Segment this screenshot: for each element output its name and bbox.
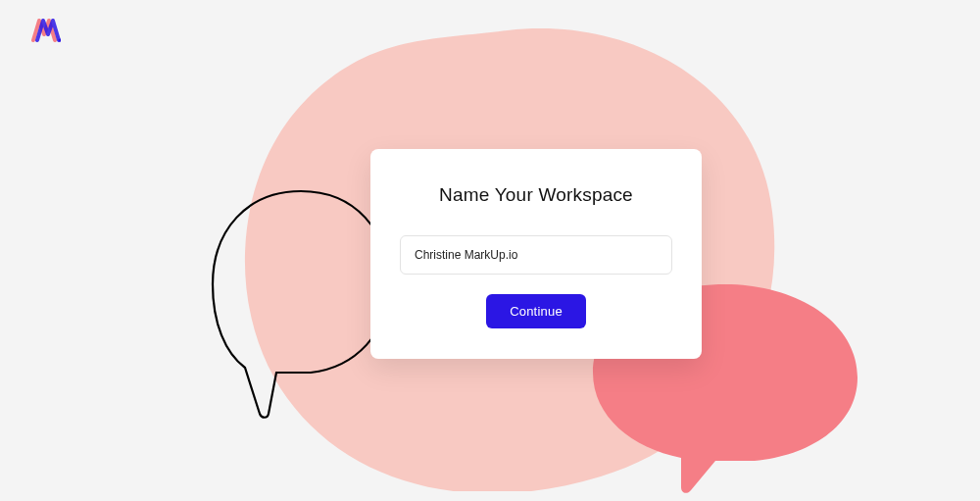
speech-bubble-outline-icon	[208, 186, 394, 422]
markup-logo	[31, 18, 61, 43]
name-workspace-card: Name Your Workspace Continue	[370, 149, 702, 359]
workspace-name-input[interactable]	[400, 235, 672, 275]
continue-button[interactable]: Continue	[486, 294, 586, 328]
card-title: Name Your Workspace	[439, 184, 633, 206]
